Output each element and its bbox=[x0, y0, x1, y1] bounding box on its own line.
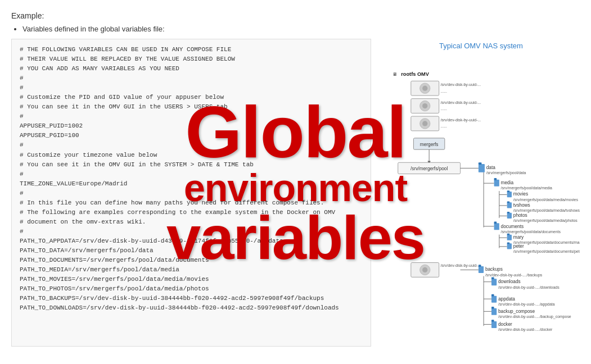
svg-text:......: ...... bbox=[440, 124, 447, 128]
svg-rect-98 bbox=[491, 321, 497, 328]
svg-rect-29 bbox=[494, 180, 499, 186]
svg-text:/srv/dev-disk-by-uuid-...: /srv/dev-disk-by-uuid-... bbox=[440, 263, 481, 268]
svg-text:rootfs OMV: rootfs OMV bbox=[401, 71, 430, 77]
svg-rect-47 bbox=[507, 213, 512, 219]
svg-rect-75 bbox=[479, 265, 481, 267]
bullet-list: Variables defined in the global variable… bbox=[22, 25, 580, 33]
svg-rect-93 bbox=[491, 307, 494, 309]
svg-text:backup_compose: backup_compose bbox=[498, 308, 535, 314]
svg-rect-60 bbox=[507, 234, 510, 235]
svg-text:/srv/dev-disk-by-uuid-..../bac: /srv/dev-disk-by-uuid-..../backups bbox=[485, 273, 543, 277]
svg-text:peter: peter bbox=[513, 243, 524, 249]
svg-text:/srv/dev-disk-by-uuid-..../bac: /srv/dev-disk-by-uuid-..../backup_compos… bbox=[498, 315, 571, 319]
svg-rect-53 bbox=[494, 223, 499, 230]
svg-rect-23 bbox=[479, 164, 485, 172]
svg-text:movies: movies bbox=[513, 191, 528, 197]
svg-text:/srv/dev-disk-by-uuid-..../app: /srv/dev-disk-by-uuid-..../appdata bbox=[498, 302, 555, 307]
diagram-panel: Typical OMV NAS system .diag-text { font… bbox=[382, 39, 580, 347]
code-panel: # THE FOLLOWING VARIABLES CAN BE USED IN… bbox=[11, 39, 371, 347]
svg-rect-24 bbox=[479, 162, 482, 165]
svg-rect-41 bbox=[507, 202, 512, 208]
diagram-svg: .diag-text { font-family: Arial, sans-se… bbox=[382, 54, 580, 364]
svg-text:appdata: appdata bbox=[498, 296, 515, 302]
svg-point-71 bbox=[422, 267, 427, 272]
svg-text:/srv/dev-disk-by-uuid-...: /srv/dev-disk-by-uuid-... bbox=[440, 101, 481, 105]
code-text: # THE FOLLOWING VARIABLES CAN BE USED IN… bbox=[20, 45, 363, 313]
svg-text:......: ...... bbox=[440, 107, 447, 111]
diagram-title: Typical OMV NAS system bbox=[382, 42, 580, 50]
svg-rect-74 bbox=[479, 266, 484, 273]
svg-rect-66 bbox=[507, 242, 510, 244]
svg-rect-80 bbox=[491, 279, 497, 285]
svg-point-4 bbox=[422, 86, 427, 91]
main-container: Example: Variables defined in the global… bbox=[0, 0, 591, 364]
bullet-item: Variables defined in the global variable… bbox=[22, 25, 580, 33]
svg-text:/srv/mergerfs/pool/data/docume: /srv/mergerfs/pool/data/documents/peter bbox=[513, 249, 580, 254]
svg-rect-42 bbox=[507, 202, 510, 203]
svg-rect-48 bbox=[507, 212, 510, 213]
svg-text:/srv/dev-disk-by-uuid-..../doc: /srv/dev-disk-by-uuid-..../docker bbox=[498, 327, 553, 332]
svg-rect-59 bbox=[507, 235, 512, 240]
svg-text:photos: photos bbox=[513, 212, 527, 218]
svg-text:......: ...... bbox=[440, 89, 447, 93]
svg-text:downloads: downloads bbox=[498, 279, 521, 284]
svg-text:mergerfs: mergerfs bbox=[420, 142, 439, 147]
content-area: # THE FOLLOWING VARIABLES CAN BE USED IN… bbox=[11, 39, 580, 347]
svg-point-14 bbox=[422, 121, 427, 126]
svg-text:docker: docker bbox=[498, 321, 512, 327]
svg-rect-54 bbox=[494, 222, 497, 224]
svg-rect-30 bbox=[494, 178, 497, 180]
svg-text:/srv/mergerfs/pool/data/media: /srv/mergerfs/pool/data/media bbox=[501, 186, 553, 190]
svg-text:documents: documents bbox=[501, 224, 524, 229]
svg-text:/srv/mergerfs/pool/data/docume: /srv/mergerfs/pool/data/documents bbox=[501, 230, 561, 234]
svg-text:mary: mary bbox=[513, 234, 524, 240]
svg-text:/srv/dev-disk-by-uuid-...: /srv/dev-disk-by-uuid-... bbox=[440, 118, 481, 122]
svg-rect-99 bbox=[491, 320, 494, 322]
svg-text:/srv/mergerfs/pool: /srv/mergerfs/pool bbox=[410, 166, 448, 171]
svg-rect-86 bbox=[491, 296, 497, 303]
svg-text:backups: backups bbox=[485, 266, 503, 272]
svg-rect-87 bbox=[491, 294, 494, 297]
svg-rect-35 bbox=[507, 192, 512, 197]
svg-rect-36 bbox=[507, 190, 510, 192]
svg-text:/srv/dev-disk-by-uuid-...: /srv/dev-disk-by-uuid-... bbox=[440, 83, 481, 87]
svg-rect-92 bbox=[491, 308, 497, 315]
svg-text:/srv/mergerfs/pool/data/media/: /srv/mergerfs/pool/data/media/photos bbox=[513, 219, 578, 223]
svg-text:/srv/mergerfs/pool/data: /srv/mergerfs/pool/data bbox=[486, 171, 526, 175]
svg-text:media: media bbox=[501, 180, 514, 185]
svg-text:tvshows: tvshows bbox=[513, 202, 530, 208]
svg-point-9 bbox=[422, 103, 427, 108]
svg-text:/srv/mergerfs/pool/data/media/: /srv/mergerfs/pool/data/media/movies bbox=[513, 198, 579, 202]
svg-text:🖥: 🖥 bbox=[393, 71, 397, 77]
example-label: Example: bbox=[11, 11, 580, 20]
svg-text:data: data bbox=[486, 165, 496, 170]
svg-text:/srv/dev-disk-by-uuid-..../dow: /srv/dev-disk-by-uuid-..../downloads bbox=[498, 285, 560, 290]
svg-rect-65 bbox=[507, 243, 512, 249]
svg-rect-81 bbox=[491, 277, 494, 279]
